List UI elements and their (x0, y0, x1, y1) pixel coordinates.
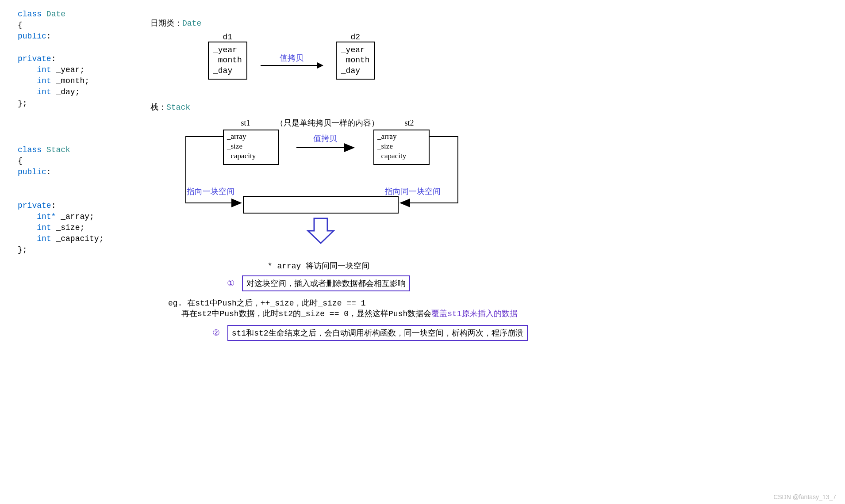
number-2-icon: ② (212, 328, 220, 338)
arrow-icon (261, 65, 323, 66)
arrow-label-stack: 值拷贝 (313, 134, 337, 143)
svg-text:_capacity: _capacity (377, 152, 407, 160)
svg-text:_capacity: _capacity (227, 152, 256, 160)
label-st2: st2 (404, 118, 414, 127)
ptr-label-right: 指向同一块空间 (384, 187, 441, 196)
diagram-date: d1 _year _month _day 值拷贝 d2 _year _month… (208, 33, 827, 80)
consequence-2: st1和st2生命结束之后，会自动调用析构函数，同一块空间，析构两次，程序崩溃 (227, 325, 528, 341)
block-arrow-down-icon (308, 218, 334, 243)
svg-text:_array: _array (377, 132, 397, 141)
box-d2: _year _month _day (336, 42, 375, 80)
number-1-icon: ① (227, 279, 234, 289)
diagram-stack: st1 （只是单纯拷贝一样的内容） st2 _array _size _capa… (150, 117, 827, 260)
code-stack: class Stack { public: private: int* _arr… (18, 145, 150, 256)
summary-block: *_array 将访问同一块空间 ① 对这块空间，插入或者删除数据都会相互影响 … (168, 260, 827, 341)
label-d2: d2 (336, 33, 375, 42)
svg-text:_size: _size (377, 142, 393, 150)
code-date: class Date { public: private: int _year;… (18, 9, 150, 109)
watermark: CSDN @fantasy_13_7 (773, 493, 836, 500)
consequence-1: 对这块空间，插入或者删除数据都会相互影响 (242, 275, 410, 291)
ptr-label-left: 指向一块空间 (186, 187, 234, 196)
svg-text:_array: _array (227, 132, 246, 141)
arrow-label-date: 值拷贝 (247, 53, 336, 63)
deref-rest: 将访问同一块空间 (306, 262, 369, 271)
label-st1: st1 (241, 118, 250, 127)
svg-text:_size: _size (227, 142, 242, 150)
shared-memory-box (243, 196, 398, 213)
heading-stack: 栈：Stack (150, 102, 827, 112)
diagram-note: （只是单纯拷贝一样的内容） (276, 118, 379, 127)
box-d1: _year _month _day (208, 42, 247, 80)
deref-text: *_array (268, 262, 301, 271)
example-line-2a: 再在st2中Push数据，此时st2的_size == 0，显然这样Push数据… (181, 309, 431, 318)
class-name: Date (46, 10, 65, 19)
kw-class: class (18, 10, 42, 19)
example-line-2b: 覆盖st1原来插入的数据 (431, 309, 517, 318)
example-line-1: eg. 在st1中Push之后，++_size，此时_size == 1 (168, 298, 827, 308)
heading-date: 日期类：Date (150, 18, 827, 28)
label-d1: d1 (208, 33, 247, 42)
